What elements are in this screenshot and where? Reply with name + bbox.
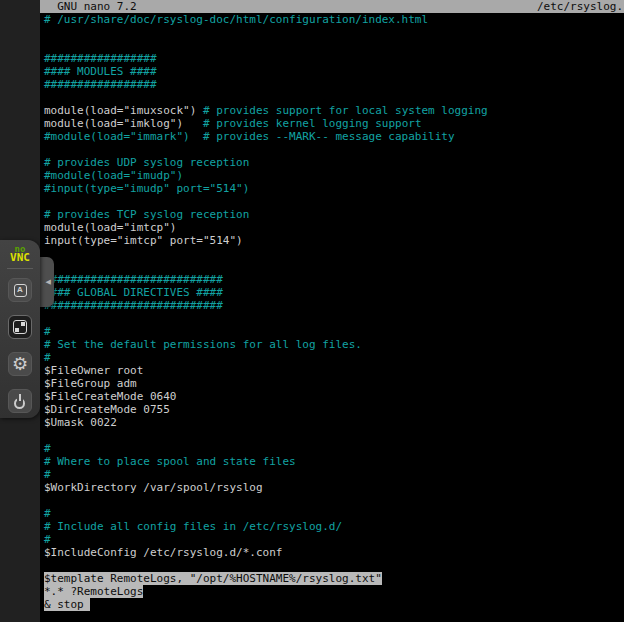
terminal-line: # Include all config files in /etc/rsysl…: [44, 520, 624, 533]
terminal-line: $FileCreateMode 0640: [44, 390, 624, 403]
terminal-line: # /usr/share/doc/rsyslog-doc/html/config…: [44, 13, 624, 26]
terminal-line: #### MODULES ####: [44, 65, 624, 78]
terminal-line: $Umask 0022: [44, 416, 624, 429]
novnc-control-bar: no VNC A ⚙: [0, 240, 40, 418]
novnc-logo-vnc: VNC: [0, 253, 40, 263]
controlbar-buttons: A ⚙: [0, 278, 40, 413]
terminal-line: [44, 39, 624, 52]
terminal-line: ###########################: [44, 273, 624, 286]
collapse-left-arrow-icon: ◀: [46, 279, 51, 286]
terminal-line: $IncludeConfig /etc/rsyslog.d/*.conf: [44, 546, 624, 559]
terminal-line: #: [44, 325, 624, 338]
clipboard-button[interactable]: A: [8, 278, 32, 302]
terminal-line: #################: [44, 52, 624, 65]
terminal-line: [44, 312, 624, 325]
nano-app-title: GNU nano 7.2: [44, 0, 137, 13]
terminal-line: module(load="imuxsock") # provides suppo…: [44, 104, 624, 117]
screen: GNU nano 7.2 /etc/rsyslog. # /usr/share/…: [0, 0, 624, 622]
nano-file-path: /etc/rsyslog.: [537, 0, 623, 13]
power-icon: [13, 394, 28, 409]
terminal-line: *.* ?RemoteLogs: [44, 585, 624, 598]
terminal-line: #module(load="imudp"): [44, 169, 624, 182]
terminal-line: # provides TCP syslog reception: [44, 208, 624, 221]
disconnect-button[interactable]: [8, 389, 32, 413]
terminal-line: $FileGroup adm: [44, 377, 624, 390]
terminal-line: [44, 494, 624, 507]
settings-button[interactable]: ⚙: [8, 352, 32, 376]
fullscreen-expand-icon: [13, 320, 27, 334]
terminal-line: #: [44, 507, 624, 520]
logo-separator: [7, 268, 33, 269]
terminal-line: #: [44, 351, 624, 364]
terminal-line: & stop: [44, 598, 624, 611]
terminal-line: module(load="imtcp"): [44, 221, 624, 234]
terminal-lines: # /usr/share/doc/rsyslog-doc/html/config…: [44, 13, 624, 611]
terminal-line: $template RemoteLogs, "/opt/%HOSTNAME%/r…: [44, 572, 624, 585]
terminal-line: #### GLOBAL DIRECTIVES ####: [44, 286, 624, 299]
vnc-canvas-nano-editor[interactable]: GNU nano 7.2 /etc/rsyslog. # /usr/share/…: [40, 0, 624, 622]
terminal-line: [44, 247, 624, 260]
fullscreen-button[interactable]: [8, 315, 32, 339]
terminal-line: $DirCreateMode 0755: [44, 403, 624, 416]
terminal-line: #: [44, 468, 624, 481]
terminal-line: #: [44, 533, 624, 546]
terminal-line: # provides UDP syslog reception: [44, 156, 624, 169]
terminal-line: [44, 195, 624, 208]
terminal-line: input(type="imtcp" port="514"): [44, 234, 624, 247]
terminal-line: #input(type="imudp" port="514"): [44, 182, 624, 195]
terminal-line: # Set the default permissions for all lo…: [44, 338, 624, 351]
terminal-line: # Where to place spool and state files: [44, 455, 624, 468]
terminal-line: #################: [44, 78, 624, 91]
terminal-line: #: [44, 442, 624, 455]
terminal-line: [44, 26, 624, 39]
terminal-line: #module(load="immark") # provides --MARK…: [44, 130, 624, 143]
nano-titlebar: GNU nano 7.2 /etc/rsyslog.: [40, 0, 624, 13]
terminal-line: $FileOwner root: [44, 364, 624, 377]
terminal-line: ###########################: [44, 299, 624, 312]
terminal-line: [44, 559, 624, 572]
a-key-icon: A: [14, 284, 27, 297]
terminal-line: [44, 260, 624, 273]
gear-icon: ⚙: [12, 355, 28, 373]
novnc-logo: no VNC: [0, 245, 40, 263]
terminal-line: $WorkDirectory /var/spool/rsyslog: [44, 481, 624, 494]
terminal-line: [44, 143, 624, 156]
terminal-line: module(load="imklog") # provides kernel …: [44, 117, 624, 130]
terminal-line: [44, 91, 624, 104]
terminal-line: [44, 429, 624, 442]
